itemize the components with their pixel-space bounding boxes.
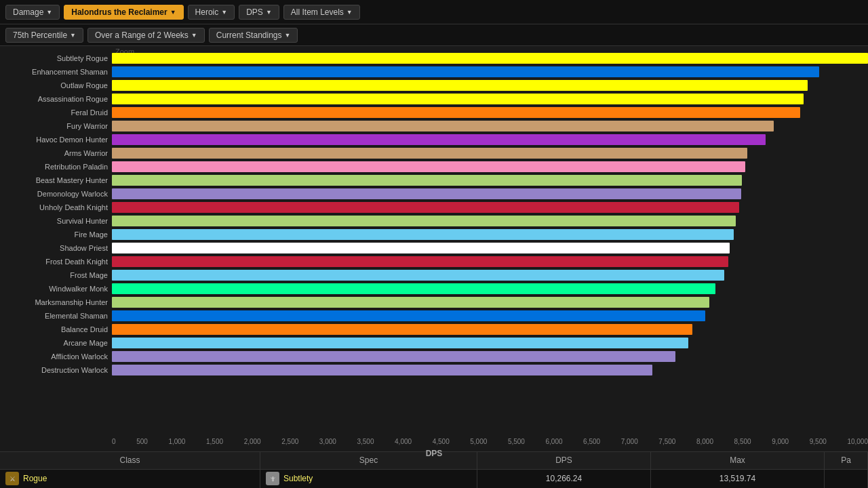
- spec-label: Affliction Warlock: [0, 350, 112, 363]
- nav-percentile[interactable]: 75th Percentile ▼: [5, 28, 83, 43]
- spec-label: Havoc Demon Hunter: [0, 133, 112, 146]
- spec-label: Elemental Shaman: [0, 309, 112, 323]
- bar: [112, 66, 819, 77]
- cell-max: 13,519.74: [651, 470, 825, 488]
- bar-row[interactable]: [112, 363, 868, 377]
- spec-label: Fury Warrior: [0, 119, 112, 133]
- nav-ilvl[interactable]: All Item Levels ▼: [283, 5, 360, 20]
- nav-metric[interactable]: DPS ▼: [239, 5, 279, 20]
- bar-row[interactable]: [112, 92, 868, 106]
- bar-row[interactable]: [112, 146, 868, 160]
- bar-row[interactable]: [112, 201, 868, 214]
- table-row[interactable]: ⚔ Rogue 🗡 Subtlety 10,266.24 13,519.74: [0, 470, 868, 488]
- spec-label: Retribution Paladin: [0, 160, 112, 174]
- spec-icon: 🗡: [266, 472, 279, 485]
- bar-row[interactable]: [112, 323, 868, 336]
- spec-label: Windwalker Monk: [0, 282, 112, 296]
- spec-label: Unholy Death Knight: [0, 201, 112, 214]
- spec-label: Shadow Priest: [0, 241, 112, 255]
- bar-row[interactable]: [112, 160, 868, 174]
- nav-boss[interactable]: Halondrus the Reclaimer ▼: [64, 5, 183, 20]
- nav-standings[interactable]: Current Standings ▼: [209, 28, 298, 43]
- bar: [112, 283, 715, 294]
- bar: [112, 365, 652, 375]
- bar: [112, 243, 730, 253]
- spec-label: Outlaw Rogue: [0, 79, 112, 92]
- x-tick: 10,000: [847, 438, 868, 445]
- bar-row[interactable]: [112, 65, 868, 79]
- bar: [112, 53, 868, 64]
- cell-pa: [825, 470, 868, 488]
- bar-row[interactable]: [112, 79, 868, 92]
- bar-row[interactable]: [112, 296, 868, 309]
- bar: [112, 324, 692, 335]
- chart-area: Zoom Subtlety RogueEnhancement ShamanOut…: [0, 46, 868, 451]
- bar-row[interactable]: [112, 106, 868, 119]
- bar: [112, 338, 688, 348]
- bar-row[interactable]: [112, 52, 868, 65]
- nav-timerange[interactable]: Over a Range of 2 Weeks ▼: [87, 28, 205, 43]
- x-tick: 6,000: [546, 438, 563, 445]
- x-tick: 7,500: [658, 438, 675, 445]
- spec-label: Subtlety Rogue: [0, 52, 112, 65]
- x-tick: 0: [112, 438, 116, 445]
- chevron-down-icon: ▼: [191, 32, 197, 39]
- spec-label: Arcane Mage: [0, 336, 112, 350]
- spec-label: Beast Mastery Hunter: [0, 174, 112, 187]
- spec-label: Frost Mage: [0, 268, 112, 282]
- bar-row[interactable]: [112, 214, 868, 228]
- bar: [112, 161, 745, 172]
- spec-label: Frost Death Knight: [0, 255, 112, 268]
- bar: [112, 297, 709, 308]
- spec-label: Arms Warrior: [0, 146, 112, 160]
- x-axis-label: DPS: [426, 449, 443, 458]
- spec-label: Demonology Warlock: [0, 187, 112, 201]
- spec-name: Subtlety: [283, 474, 313, 483]
- x-tick: 9,000: [772, 438, 789, 445]
- bar: [112, 134, 766, 145]
- x-tick: 8,000: [696, 438, 713, 445]
- bar: [112, 121, 774, 131]
- bar-row[interactable]: [112, 187, 868, 201]
- chevron-down-icon: ▼: [46, 9, 52, 16]
- x-tick: 4,000: [395, 438, 412, 445]
- spec-label: Survival Hunter: [0, 214, 112, 228]
- bar-row[interactable]: [112, 174, 868, 187]
- spec-label: Feral Druid: [0, 106, 112, 119]
- cell-class: ⚔ Rogue: [0, 470, 260, 488]
- bar-row[interactable]: [112, 309, 868, 323]
- x-tick: 500: [136, 438, 148, 445]
- class-name: Rogue: [23, 474, 47, 483]
- bar: [112, 229, 734, 240]
- bar: [112, 80, 808, 91]
- x-axis-ticks: 05001,0001,5002,0002,5003,0003,5004,0004…: [112, 435, 868, 445]
- spec-label: Marksmanship Hunter: [0, 296, 112, 309]
- bar: [112, 216, 736, 226]
- bar: [112, 202, 739, 213]
- x-tick: 1,500: [206, 438, 223, 445]
- bar: [112, 270, 724, 281]
- bar: [112, 188, 741, 199]
- bar-row[interactable]: [112, 241, 868, 255]
- nav-damage[interactable]: Damage ▼: [5, 5, 60, 20]
- x-tick: 3,500: [357, 438, 374, 445]
- x-tick: 5,500: [508, 438, 525, 445]
- bar-row[interactable]: [112, 350, 868, 363]
- bar-row[interactable]: [112, 268, 868, 282]
- nav-difficulty[interactable]: Heroic ▼: [188, 5, 235, 20]
- bar-row[interactable]: [112, 336, 868, 350]
- x-tick: 9,500: [810, 438, 827, 445]
- bar: [112, 310, 705, 321]
- chevron-down-icon: ▼: [221, 9, 227, 16]
- bar: [112, 175, 742, 186]
- bar-row[interactable]: [112, 119, 868, 133]
- bar: [112, 107, 800, 118]
- bar-row[interactable]: [112, 228, 868, 241]
- x-tick: 2,000: [244, 438, 261, 445]
- chart-content: Subtlety RogueEnhancement ShamanOutlaw R…: [0, 49, 868, 435]
- x-tick: 5,000: [470, 438, 487, 445]
- bar-row[interactable]: [112, 282, 868, 296]
- spec-label: Fire Mage: [0, 228, 112, 241]
- bar-row[interactable]: [112, 255, 868, 268]
- bar-row[interactable]: [112, 133, 868, 146]
